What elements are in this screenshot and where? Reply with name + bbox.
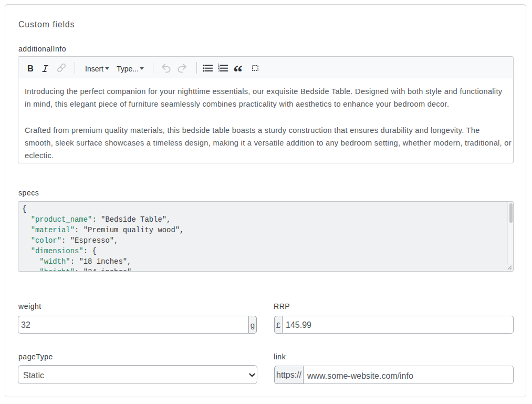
svg-text:3: 3: [218, 68, 220, 72]
